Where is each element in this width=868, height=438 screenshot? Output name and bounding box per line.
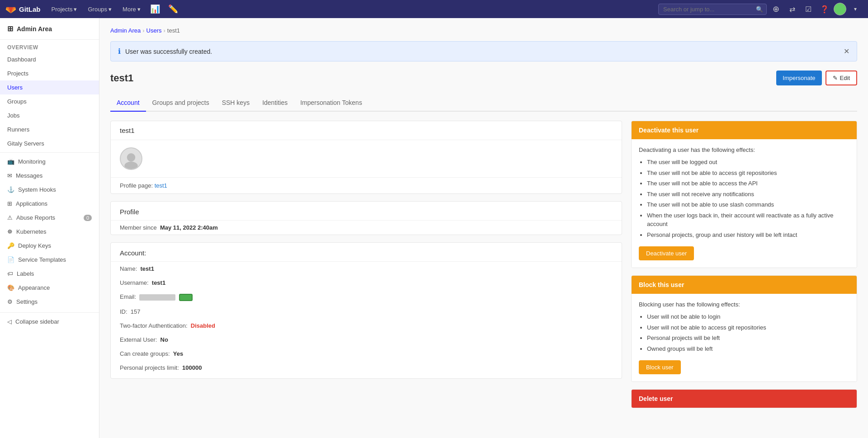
avatar xyxy=(120,147,142,170)
abuse-icon: ⚠ xyxy=(7,214,13,221)
sidebar-item-gitaly-servers[interactable]: Gitaly Servers xyxy=(0,137,99,151)
sidebar-item-service-templates[interactable]: 📄 Service Templates xyxy=(0,253,99,267)
list-item: The user will be logged out xyxy=(647,158,849,167)
twofa-value: Disabled xyxy=(191,322,215,329)
sidebar-item-applications[interactable]: ⊞ Applications xyxy=(0,197,99,211)
create-btn[interactable]: ⊕ xyxy=(769,2,783,16)
sidebar-item-settings[interactable]: ⚙ Settings xyxy=(0,295,99,309)
nav-more[interactable]: More ▾ xyxy=(119,4,144,14)
alert-success: ℹ User was successfully created. ✕ xyxy=(110,41,857,61)
nav-groups[interactable]: Groups ▾ xyxy=(84,4,115,14)
sidebar-item-monitoring[interactable]: 📺 Monitoring xyxy=(0,155,99,169)
page-title: test1 xyxy=(110,72,133,84)
tab-account[interactable]: Account xyxy=(110,94,146,112)
collapse-sidebar-btn[interactable]: ◁ Collapse sidebar xyxy=(0,312,99,330)
chevron-down-icon: ▾ xyxy=(74,6,77,13)
impersonate-button[interactable]: Impersonate xyxy=(776,71,821,85)
can-create-groups-row: Can create groups: Yes xyxy=(111,347,622,361)
tab-groups-projects[interactable]: Groups and projects xyxy=(146,94,216,112)
kubernetes-icon: ☸ xyxy=(7,228,13,235)
sidebar-item-users[interactable]: Users xyxy=(0,80,99,94)
search-icon: 🔍 xyxy=(756,6,763,13)
alert-close-btn[interactable]: ✕ xyxy=(844,47,849,56)
list-item: When the user logs back in, their accoun… xyxy=(647,211,849,229)
breadcrumb-admin-area[interactable]: Admin Area xyxy=(110,27,141,34)
list-item: The user will not be able to access the … xyxy=(647,179,849,188)
block-panel-header: Block this user xyxy=(632,276,857,294)
deactivate-user-button[interactable]: Deactivate user xyxy=(639,246,694,260)
issues-icon[interactable]: ☑ xyxy=(801,2,816,16)
activity-icon-btn[interactable]: 📊 xyxy=(148,2,162,16)
block-panel: Block this user Blocking user has the fo… xyxy=(631,275,857,382)
tab-ssh-keys[interactable]: SSH keys xyxy=(216,94,256,112)
sidebar-item-groups[interactable]: Groups xyxy=(0,94,99,108)
block-panel-body: Blocking user has the following effects:… xyxy=(632,294,857,381)
sidebar-item-runners[interactable]: Runners xyxy=(0,122,99,137)
svg-point-1 xyxy=(124,161,137,170)
nav-projects[interactable]: Projects ▾ xyxy=(48,4,81,14)
label-icon: 🏷 xyxy=(7,270,13,277)
block-description: Blocking user has the following effects: xyxy=(639,301,849,308)
chevron-down-icon: ▾ xyxy=(137,6,141,13)
brand-logo[interactable]: GitLab xyxy=(5,4,41,14)
sidebar-item-kubernetes[interactable]: ☸ Kubernetes xyxy=(0,225,99,239)
help-icon[interactable]: ❓ xyxy=(817,2,832,16)
edit-icon-btn[interactable]: ✏️ xyxy=(166,2,180,16)
profile-section-title: Profile xyxy=(111,202,622,221)
abuse-reports-badge: 0 xyxy=(84,215,92,221)
key-icon: 🔑 xyxy=(7,242,14,249)
tab-identities[interactable]: Identities xyxy=(256,94,294,112)
sidebar-item-appearance[interactable]: 🎨 Appearance xyxy=(0,281,99,295)
account-card: Account: Name: test1 Username: test1 Ema… xyxy=(110,242,622,379)
sidebar-item-projects[interactable]: Projects xyxy=(0,66,99,80)
delete-panel: Delete user xyxy=(631,389,857,408)
merge-request-icon[interactable]: ⇄ xyxy=(785,2,799,16)
sidebar-item-deploy-keys[interactable]: 🔑 Deploy Keys xyxy=(0,239,99,253)
block-effects-list: User will not be able to login User will… xyxy=(647,312,849,353)
sidebar-item-messages[interactable]: ✉ Messages xyxy=(0,169,99,183)
sidebar-item-abuse-reports[interactable]: ⚠ Abuse Reports 0 xyxy=(0,211,99,225)
list-item: Personal projects, group and user histor… xyxy=(647,231,849,240)
sidebar-admin-area-label: ⊞ Admin Area xyxy=(0,18,99,40)
overview-section-header: Overview xyxy=(0,40,99,52)
breadcrumb-sep-1: › xyxy=(142,27,144,34)
list-item: User will not be able to login xyxy=(647,312,849,321)
member-since-value: May 11, 2022 2:40am xyxy=(160,224,218,231)
search-wrapper: 🔍 xyxy=(658,4,767,15)
username-row: Username: test1 xyxy=(111,276,622,290)
sidebar-item-dashboard[interactable]: Dashboard xyxy=(0,52,99,66)
right-column: Deactivate this user Deactivating a user… xyxy=(631,121,857,408)
breadcrumb-current: test1 xyxy=(167,27,180,34)
sidebar-item-labels[interactable]: 🏷 Labels xyxy=(0,267,99,281)
edit-icon: ✎ xyxy=(833,75,838,81)
user-dropdown-icon[interactable]: ▾ xyxy=(848,2,863,16)
info-icon: ℹ xyxy=(118,47,121,56)
list-item: Owned groups will be left xyxy=(647,344,849,353)
name-row: Name: test1 xyxy=(111,262,622,276)
edit-button[interactable]: ✎ Edit xyxy=(826,71,857,85)
search-input[interactable] xyxy=(658,4,767,15)
user-card: test1 Profile page: test1 xyxy=(110,121,622,194)
email-verified-badge xyxy=(179,294,193,301)
profile-link[interactable]: test1 xyxy=(155,182,167,189)
content-grid: test1 Profile page: test1 xyxy=(110,121,857,408)
list-item: The user will not be able to access git … xyxy=(647,169,849,178)
email-row: Email: xyxy=(111,290,622,305)
monitor-icon: 📺 xyxy=(7,158,14,165)
id-value: 157 xyxy=(131,308,141,315)
nav-right: 🔍 ⊕ ⇄ ☑ ❓ ▾ xyxy=(658,2,863,16)
user-avatar-btn[interactable] xyxy=(834,3,846,15)
personal-projects-limit-row: Personal projects limit: 100000 xyxy=(111,361,622,378)
left-column: test1 Profile page: test1 xyxy=(110,121,622,408)
tab-impersonation-tokens[interactable]: Impersonation Tokens xyxy=(294,94,368,112)
sidebar-item-jobs[interactable]: Jobs xyxy=(0,108,99,122)
sidebar-divider-1 xyxy=(0,152,99,153)
breadcrumb-users[interactable]: Users xyxy=(146,27,162,34)
alert-message: User was successfully created. xyxy=(125,48,212,55)
block-user-button[interactable]: Block user xyxy=(639,360,681,374)
avatar-section xyxy=(111,140,622,178)
grid-icon: ⊞ xyxy=(7,24,13,33)
sidebar-item-system-hooks[interactable]: ⚓ System Hooks xyxy=(0,183,99,197)
breadcrumb: Admin Area › Users › test1 xyxy=(110,27,857,34)
appearance-icon: 🎨 xyxy=(7,284,14,291)
